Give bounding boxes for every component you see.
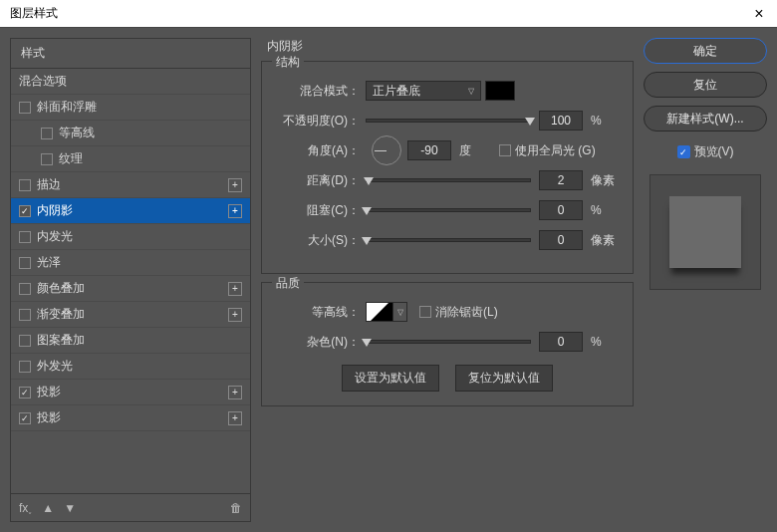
styles-panel: 样式 混合选项斜面和浮雕等高线纹理描边+内阴影+内发光光泽颜色叠加+渐变叠加+图… xyxy=(10,38,251,522)
style-item-label: 内发光 xyxy=(37,228,242,245)
checkbox-icon[interactable] xyxy=(19,231,31,243)
styles-list: 混合选项斜面和浮雕等高线纹理描边+内阴影+内发光光泽颜色叠加+渐变叠加+图案叠加… xyxy=(11,69,250,493)
anti-alias-label: 消除锯齿(L) xyxy=(435,304,498,321)
plus-icon[interactable]: + xyxy=(228,386,242,399)
size-slider[interactable] xyxy=(366,238,531,242)
quality-title: 品质 xyxy=(272,275,304,292)
style-item-label: 外发光 xyxy=(37,358,242,375)
structure-title: 结构 xyxy=(272,54,304,71)
blend-mode-value: 正片叠底 xyxy=(373,83,420,100)
style-item-label: 投影 xyxy=(37,384,228,400)
plus-icon[interactable]: + xyxy=(228,308,242,322)
plus-icon[interactable]: + xyxy=(228,178,242,192)
preview-swatch xyxy=(669,196,741,268)
style-item[interactable]: 斜面和浮雕 xyxy=(11,95,250,121)
styles-header: 样式 xyxy=(11,39,250,69)
preview-checkbox[interactable]: ✓ 预览(V) xyxy=(644,143,767,160)
style-item-label: 描边 xyxy=(37,176,228,193)
plus-icon[interactable]: + xyxy=(228,411,242,425)
style-item-label: 斜面和浮雕 xyxy=(37,99,242,116)
style-item-label: 等高线 xyxy=(59,125,242,141)
blend-mode-select[interactable]: 正片叠底 ▽ xyxy=(366,81,481,101)
angle-dial[interactable] xyxy=(372,135,401,165)
style-item-label: 纹理 xyxy=(59,150,242,167)
angle-label: 角度(A)： xyxy=(274,142,360,159)
chevron-down-icon: ▽ xyxy=(468,87,474,96)
style-item[interactable]: 图案叠加 xyxy=(11,328,250,354)
contour-thumbnail xyxy=(366,302,393,322)
choke-input[interactable]: 0 xyxy=(539,200,583,220)
style-item-label: 图案叠加 xyxy=(37,332,242,349)
style-item[interactable]: 纹理 xyxy=(11,146,250,172)
checkbox-icon[interactable] xyxy=(19,335,31,347)
reset-button[interactable]: 复位 xyxy=(644,72,767,98)
choke-slider[interactable] xyxy=(366,208,531,212)
section-title: 内阴影 xyxy=(267,38,634,55)
chevron-down-icon: ▽ xyxy=(397,308,403,317)
distance-slider[interactable] xyxy=(366,178,531,182)
noise-label: 杂色(N)： xyxy=(274,334,360,351)
size-input[interactable]: 0 xyxy=(539,230,583,250)
reset-default-button[interactable]: 复位为默认值 xyxy=(455,365,553,392)
checkbox-icon[interactable] xyxy=(19,387,31,399)
new-style-button[interactable]: 新建样式(W)... xyxy=(644,106,767,132)
global-light-checkbox[interactable]: 使用全局光 (G) xyxy=(499,142,596,159)
style-item-label: 渐变叠加 xyxy=(37,306,228,323)
checkbox-icon xyxy=(419,306,431,318)
size-label: 大小(S)： xyxy=(274,232,360,249)
checkbox-icon[interactable] xyxy=(19,205,31,217)
structure-group: 结构 混合模式： 正片叠底 ▽ 不透明度(O)： 100 % 角度(A)： -9… xyxy=(261,61,634,274)
arrow-up-icon[interactable]: ▲ xyxy=(42,501,54,515)
angle-input[interactable]: -90 xyxy=(407,140,451,160)
style-item[interactable]: 投影+ xyxy=(11,380,250,405)
style-item[interactable]: 描边+ xyxy=(11,172,250,198)
action-panel: 确定 复位 新建样式(W)... ✓ 预览(V) xyxy=(644,38,767,522)
noise-input[interactable]: 0 xyxy=(539,332,583,352)
style-item[interactable]: 颜色叠加+ xyxy=(11,276,250,302)
distance-label: 距离(D)： xyxy=(274,172,360,189)
plus-icon[interactable]: + xyxy=(228,282,242,296)
style-item[interactable]: 混合选项 xyxy=(11,69,250,95)
title-bar: 图层样式 × xyxy=(0,0,777,28)
ok-button[interactable]: 确定 xyxy=(644,38,767,64)
style-item-label: 混合选项 xyxy=(19,73,242,90)
style-item[interactable]: 内阴影+ xyxy=(11,198,250,224)
style-item-label: 内阴影 xyxy=(37,202,228,219)
style-item[interactable]: 渐变叠加+ xyxy=(11,302,250,328)
style-item[interactable]: 投影+ xyxy=(11,405,250,431)
checkbox-icon[interactable] xyxy=(41,153,53,165)
shadow-color-swatch[interactable] xyxy=(485,81,515,101)
close-icon[interactable]: × xyxy=(741,5,777,23)
opacity-slider[interactable] xyxy=(366,119,531,123)
make-default-button[interactable]: 设置为默认值 xyxy=(342,365,439,392)
checkbox-icon[interactable] xyxy=(19,102,31,114)
style-item-label: 颜色叠加 xyxy=(37,280,228,297)
fx-icon[interactable]: fx˯ xyxy=(19,501,32,515)
style-item[interactable]: 外发光 xyxy=(11,354,250,380)
checkbox-icon[interactable] xyxy=(19,361,31,373)
contour-label: 等高线： xyxy=(274,304,360,321)
opacity-input[interactable]: 100 xyxy=(539,111,583,131)
choke-unit: % xyxy=(591,203,621,217)
opacity-unit: % xyxy=(591,114,621,128)
checkbox-icon[interactable] xyxy=(19,309,31,321)
checkbox-icon[interactable] xyxy=(19,412,31,424)
checkbox-icon[interactable] xyxy=(41,128,53,139)
style-item-label: 投影 xyxy=(37,409,228,426)
trash-icon[interactable]: 🗑 xyxy=(230,501,242,515)
checkbox-icon[interactable] xyxy=(19,257,31,269)
opacity-label: 不透明度(O)： xyxy=(274,113,360,130)
noise-slider[interactable] xyxy=(366,340,531,344)
style-item[interactable]: 内发光 xyxy=(11,224,250,250)
contour-select[interactable]: ▽ xyxy=(366,302,409,322)
window-title: 图层样式 xyxy=(10,5,741,22)
distance-input[interactable]: 2 xyxy=(539,170,583,190)
style-item[interactable]: 等高线 xyxy=(11,121,250,146)
style-item[interactable]: 光泽 xyxy=(11,250,250,276)
checkbox-icon[interactable] xyxy=(19,283,31,295)
checkbox-icon[interactable] xyxy=(19,179,31,191)
anti-alias-checkbox[interactable]: 消除锯齿(L) xyxy=(419,304,498,321)
plus-icon[interactable]: + xyxy=(228,204,242,218)
arrow-down-icon[interactable]: ▼ xyxy=(64,501,76,515)
distance-unit: 像素 xyxy=(591,172,621,189)
